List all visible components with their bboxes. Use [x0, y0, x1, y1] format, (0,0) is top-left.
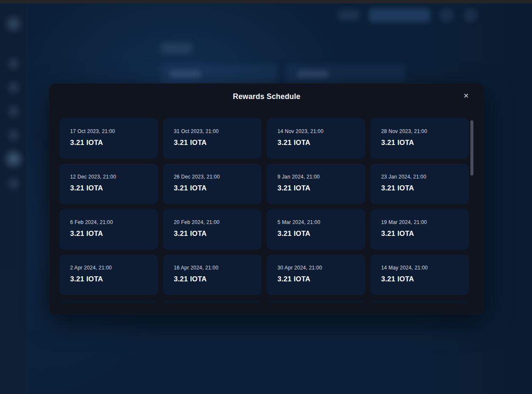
reward-date: 16 Apr 2024, 21:00	[174, 265, 254, 271]
reward-amount: 3.21 IOTA	[174, 230, 254, 238]
reward-card-partial	[267, 300, 365, 306]
reward-date: 14 May 2024, 21:00	[381, 265, 461, 271]
sidebar-nav-icon	[5, 55, 22, 72]
reward-date: 6 Feb 2024, 21:00	[70, 219, 150, 225]
rewards-scroll-area[interactable]: 17 Oct 2023, 21:00 3.21 IOTA 31 Oct 2023…	[59, 118, 469, 306]
reward-card: 12 Dec 2023, 21:00 3.21 IOTA	[59, 164, 158, 204]
reward-date: 14 Nov 2023, 21:00	[277, 128, 357, 134]
reward-date: 20 Feb 2024, 21:00	[174, 219, 254, 225]
close-icon: ✕	[463, 93, 469, 99]
reward-card-partial	[59, 300, 158, 306]
rewards-grid-partial-row	[59, 300, 469, 306]
reward-card: 9 Jan 2024, 21:00 3.21 IOTA	[267, 164, 365, 204]
reward-amount: 3.21 IOTA	[277, 184, 357, 192]
reward-card: 14 May 2024, 21:00 3.21 IOTA	[371, 255, 469, 295]
reward-date: 26 Dec 2023, 21:00	[174, 174, 254, 180]
rewards-grid: 17 Oct 2023, 21:00 3.21 IOTA 31 Oct 2023…	[59, 118, 469, 295]
background-field-label-blurred	[297, 71, 328, 77]
reward-date: 30 Apr 2024, 21:00	[277, 265, 357, 271]
rewards-schedule-modal: Rewards Schedule ✕ 17 Oct 2023, 21:00 3.…	[49, 83, 484, 315]
reward-card: 26 Dec 2023, 21:00 3.21 IOTA	[163, 164, 261, 204]
reward-date: 5 Mar 2024, 21:00	[277, 219, 357, 225]
reward-amount: 3.21 IOTA	[70, 230, 150, 238]
sidebar	[0, 3, 27, 394]
close-button[interactable]: ✕	[460, 90, 473, 102]
reward-amount: 3.21 IOTA	[381, 230, 461, 238]
sidebar-nav-icon	[5, 127, 22, 144]
reward-card: 14 Nov 2023, 21:00 3.21 IOTA	[267, 118, 365, 159]
reward-date: 12 Dec 2023, 21:00	[70, 174, 150, 180]
reward-amount: 3.21 IOTA	[70, 139, 150, 147]
sidebar-nav-icon-active	[3, 148, 25, 170]
reward-date: 23 Jan 2024, 21:00	[381, 174, 461, 180]
sidebar-nav-icon	[5, 79, 22, 96]
reward-card: 31 Oct 2023, 21:00 3.21 IOTA	[163, 118, 261, 159]
reward-amount: 3.21 IOTA	[70, 184, 150, 192]
sidebar-nav-icon	[5, 103, 22, 120]
background-panel-title-blurred	[161, 43, 192, 54]
reward-card: 6 Feb 2024, 21:00 3.21 IOTA	[59, 209, 158, 249]
header-primary-button-blurred	[369, 9, 430, 22]
reward-amount: 3.21 IOTA	[277, 230, 357, 238]
reward-date: 31 Oct 2023, 21:00	[174, 128, 254, 134]
reward-card: 19 Mar 2024, 21:00 3.21 IOTA	[371, 209, 469, 249]
reward-card: 5 Mar 2024, 21:00 3.21 IOTA	[267, 209, 365, 249]
reward-date: 19 Mar 2024, 21:00	[381, 219, 461, 225]
background-field-label-blurred	[170, 71, 201, 77]
reward-amount: 3.21 IOTA	[70, 275, 150, 283]
reward-date: 2 Apr 2024, 21:00	[70, 265, 150, 271]
header-circle-button-blurred	[439, 8, 454, 23]
reward-amount: 3.21 IOTA	[174, 184, 254, 192]
reward-card-partial	[371, 300, 469, 306]
reward-card: 23 Jan 2024, 21:00 3.21 IOTA	[371, 164, 469, 204]
reward-date: 9 Jan 2024, 21:00	[277, 174, 357, 180]
header-button-blurred	[338, 10, 359, 20]
modal-title: Rewards Schedule	[49, 91, 484, 102]
reward-date: 28 Nov 2023, 21:00	[381, 128, 461, 134]
reward-card: 28 Nov 2023, 21:00 3.21 IOTA	[371, 118, 469, 159]
reward-card: 2 Apr 2024, 21:00 3.21 IOTA	[59, 255, 158, 295]
reward-date: 17 Oct 2023, 21:00	[70, 128, 150, 134]
reward-amount: 3.21 IOTA	[174, 139, 254, 147]
app-titlebar	[0, 0, 532, 3]
reward-card-partial	[163, 300, 261, 306]
reward-amount: 3.21 IOTA	[381, 139, 461, 147]
reward-card: 30 Apr 2024, 21:00 3.21 IOTA	[267, 255, 365, 295]
reward-card: 16 Apr 2024, 21:00 3.21 IOTA	[163, 255, 261, 295]
scrollbar-thumb[interactable]	[470, 120, 473, 176]
sidebar-nav-icon	[5, 175, 22, 192]
reward-amount: 3.21 IOTA	[277, 275, 357, 283]
reward-amount: 3.21 IOTA	[277, 139, 357, 147]
reward-card: 17 Oct 2023, 21:00 3.21 IOTA	[59, 118, 158, 159]
reward-amount: 3.21 IOTA	[174, 275, 254, 283]
reward-amount: 3.21 IOTA	[381, 184, 461, 192]
reward-card: 20 Feb 2024, 21:00 3.21 IOTA	[163, 209, 261, 249]
app-logo-icon	[3, 14, 24, 34]
reward-amount: 3.21 IOTA	[381, 275, 461, 283]
header-circle-button-blurred	[463, 8, 478, 23]
